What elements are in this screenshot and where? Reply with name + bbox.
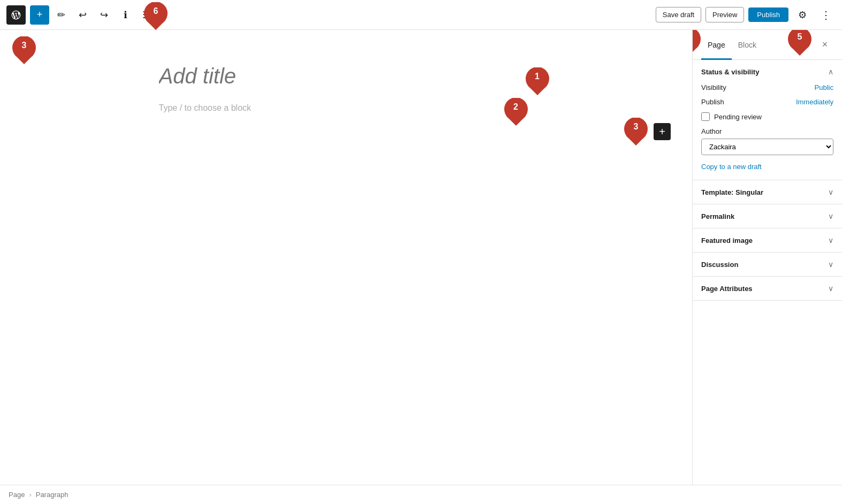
editor: 3 1 Type / to choose a block <box>0 30 692 485</box>
svg-marker-3 <box>14 55 34 64</box>
more-icon: ⋮ <box>821 9 831 21</box>
author-row: Author Zackaira <box>701 127 833 155</box>
pending-review-label: Pending review <box>714 113 762 121</box>
editor-content: 1 Type / to choose a block 2 <box>159 62 534 113</box>
svg-marker-9 <box>626 136 646 146</box>
section-status-header[interactable]: Status & visibility ∧ <box>693 60 842 83</box>
visibility-label: Visibility <box>701 83 726 91</box>
chevron-down-icon: ∨ <box>828 260 833 269</box>
info-button[interactable]: ℹ <box>116 5 135 25</box>
section-permalink: Permalink ∨ <box>693 204 842 228</box>
section-template-title: Template: Singular <box>701 188 763 196</box>
svg-marker-13 <box>790 46 809 56</box>
section-featured-image-header[interactable]: Featured image ∨ <box>693 228 842 252</box>
section-discussion: Discussion ∨ <box>693 253 842 277</box>
section-discussion-title: Discussion <box>701 261 738 269</box>
save-draft-button[interactable]: Save draft <box>656 7 701 22</box>
section-page-attributes-title: Page Attributes <box>701 285 753 293</box>
pending-review-checkbox[interactable] <box>701 112 710 121</box>
add-block-float: 3 + <box>624 118 671 146</box>
more-options-button[interactable]: ⋮ <box>816 5 836 25</box>
breadcrumb-paragraph: Paragraph <box>36 491 69 499</box>
chevron-down-icon: ∨ <box>828 284 833 293</box>
plus-icon: + <box>37 9 43 20</box>
edit-button[interactable]: ✏ <box>51 5 71 25</box>
visibility-value[interactable]: Public <box>815 83 833 91</box>
section-permalink-header[interactable]: Permalink ∨ <box>693 204 842 228</box>
pending-review-row: Pending review <box>701 112 833 121</box>
author-label: Author <box>701 127 833 135</box>
annotation-5: 5 <box>787 30 812 56</box>
svg-marker-7 <box>506 116 526 126</box>
section-template: Template: Singular ∨ <box>693 180 842 204</box>
block-placeholder: Type / to choose a block 2 <box>159 103 534 113</box>
toolbar: + ✏ ↩ ↪ ℹ ☰ 6 Save draft Preview Publish… <box>0 0 842 30</box>
annotation-3-right: 3 <box>624 118 648 146</box>
preview-button[interactable]: Preview <box>706 7 744 22</box>
svg-marker-5 <box>528 86 547 95</box>
svg-marker-1 <box>146 20 165 30</box>
chevron-down-icon: ∨ <box>828 188 833 196</box>
svg-marker-11 <box>692 46 699 56</box>
sidebar: 4 Page Block 5 × Status & visibility ∧ <box>692 30 842 485</box>
section-featured-image: Featured image ∨ <box>693 228 842 253</box>
redo-button[interactable]: ↪ <box>94 5 113 25</box>
post-title-input[interactable] <box>159 62 534 90</box>
section-status-visibility: Status & visibility ∧ Visibility Public … <box>693 60 842 180</box>
undo-icon: ↩ <box>79 9 87 21</box>
chevron-up-icon: ∧ <box>828 67 833 76</box>
annotation-3-left: 3 <box>12 36 36 64</box>
pencil-icon: ✏ <box>57 9 65 21</box>
main-area: 3 1 Type / to choose a block <box>0 30 842 485</box>
publish-button[interactable]: Publish <box>748 7 788 22</box>
settings-button[interactable]: ⚙ <box>793 5 812 25</box>
sidebar-close-button[interactable]: × <box>816 36 833 54</box>
section-page-attributes-header[interactable]: Page Attributes ∨ <box>693 277 842 300</box>
info-icon: ℹ <box>124 9 127 21</box>
add-block-button[interactable]: + <box>30 5 49 25</box>
tab-block[interactable]: Block <box>732 36 763 54</box>
insert-block-button[interactable]: + <box>654 123 671 140</box>
breadcrumb-separator: › <box>29 491 31 499</box>
visibility-row: Visibility Public <box>701 83 833 91</box>
section-featured-image-title: Featured image <box>701 236 753 245</box>
publish-row-value[interactable]: Immediately <box>796 98 833 106</box>
plus-icon: + <box>659 126 665 138</box>
copy-draft-link[interactable]: Copy to a new draft <box>701 163 762 171</box>
annotation-4: 4 <box>692 30 701 56</box>
breadcrumb: Page › Paragraph <box>0 485 842 504</box>
publish-row: Publish Immediately <box>701 98 833 106</box>
undo-button[interactable]: ↩ <box>73 5 92 25</box>
section-permalink-title: Permalink <box>701 212 734 220</box>
author-select[interactable]: Zackaira <box>701 139 833 155</box>
breadcrumb-page: Page <box>9 491 25 499</box>
section-status-content: Visibility Public Publish Immediately Pe… <box>693 83 842 180</box>
section-status-title: Status & visibility <box>701 68 759 76</box>
tab-page[interactable]: Page <box>701 36 732 54</box>
toolbar-right: Save draft Preview Publish ⚙ ⋮ <box>656 5 836 25</box>
chevron-down-icon: ∨ <box>828 212 833 220</box>
section-discussion-header[interactable]: Discussion ∨ <box>693 253 842 276</box>
redo-icon: ↪ <box>100 9 108 21</box>
section-template-header[interactable]: Template: Singular ∨ <box>693 180 842 204</box>
chevron-down-icon: ∨ <box>828 236 833 245</box>
gear-icon: ⚙ <box>798 9 807 21</box>
annotation-1: 1 <box>525 67 550 95</box>
annotation-2: 2 <box>504 98 528 126</box>
block-placeholder-text: Type / to choose a block <box>159 103 252 113</box>
publish-row-label: Publish <box>701 98 724 106</box>
annotation-6: 6 <box>143 2 168 30</box>
section-page-attributes: Page Attributes ∨ <box>693 277 842 301</box>
wp-logo[interactable] <box>6 5 26 25</box>
sidebar-tabs: 4 Page Block 5 × <box>693 30 842 60</box>
